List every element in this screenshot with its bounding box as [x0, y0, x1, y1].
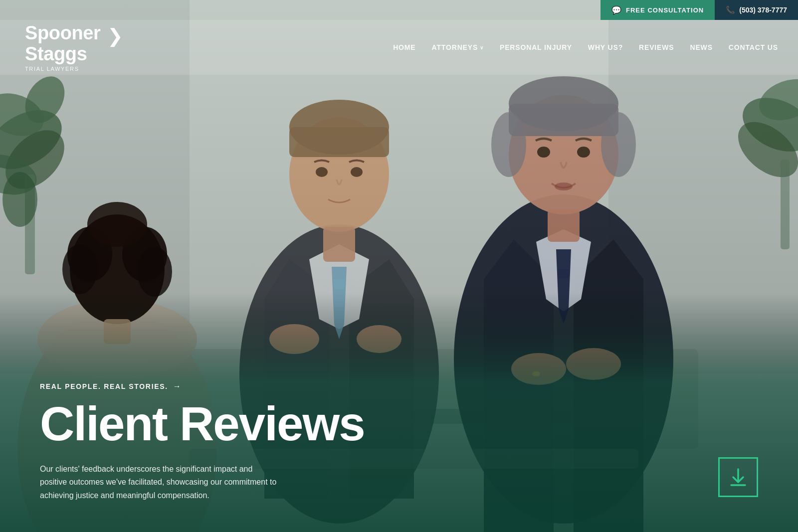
phone-number: (503) 378-7777 [739, 6, 787, 14]
download-icon [727, 466, 749, 488]
nav-link-reviews[interactable]: REVIEWS [639, 43, 674, 51]
free-consultation-button[interactable]: 💬 FREE CONSULTATION [600, 0, 715, 20]
arrow-right-icon: → [173, 382, 181, 391]
nav-link-news[interactable]: NEWS [690, 43, 712, 51]
nav-link-why-us[interactable]: WHY US? [588, 43, 623, 51]
logo-line1: Spooner [25, 23, 100, 44]
supertitle-row: REAL PEOPLE. REAL STORIES. → [40, 382, 758, 391]
nav-link-attorneys[interactable]: ATTORNEYS ∨ [432, 43, 484, 51]
logo[interactable]: Spooner Staggs TRIAL LAWYERS ❯ [25, 23, 123, 72]
nav-link-home[interactable]: HOME [393, 43, 415, 51]
logo-text: Spooner Staggs TRIAL LAWYERS [25, 23, 100, 72]
logo-arrow: ❯ [107, 25, 123, 47]
nav-item-home[interactable]: HOME [393, 43, 415, 52]
consultation-label: FREE CONSULTATION [626, 6, 704, 14]
nav-item-why-us[interactable]: WHY US? [588, 43, 623, 52]
logo-line2: Staggs [25, 44, 100, 65]
nav-item-personal-injury[interactable]: PERSONAL INJURY [500, 43, 572, 52]
hero-description: Our clients' feedback underscores the si… [40, 463, 279, 502]
nav-link-contact[interactable]: CONTACT US [729, 43, 778, 51]
chevron-down-icon: ∨ [480, 45, 484, 50]
hero-title: Client Reviews [40, 400, 758, 448]
supertitle-text: REAL PEOPLE. REAL STORIES. [40, 382, 168, 390]
nav-item-reviews[interactable]: REVIEWS [639, 43, 674, 52]
chat-icon: 💬 [611, 5, 622, 15]
nav-item-attorneys[interactable]: ATTORNEYS ∨ [432, 43, 484, 51]
hero-content: REAL PEOPLE. REAL STORIES. → Client Revi… [0, 382, 798, 532]
top-bar: 💬 FREE CONSULTATION 📞 (503) 378-7777 [600, 0, 798, 20]
logo-tagline: TRIAL LAWYERS [25, 66, 100, 72]
nav-item-news[interactable]: NEWS [690, 43, 712, 52]
hero-section: 💬 FREE CONSULTATION 📞 (503) 378-7777 Spo… [0, 0, 798, 532]
nav-links: HOME ATTORNEYS ∨ PERSONAL INJURY WHY US?… [393, 43, 778, 52]
nav-link-personal-injury[interactable]: PERSONAL INJURY [500, 43, 572, 51]
phone-button[interactable]: 📞 (503) 378-7777 [715, 0, 798, 20]
nav-item-contact[interactable]: CONTACT US [729, 43, 778, 52]
navbar: Spooner Staggs TRIAL LAWYERS ❯ HOME ATTO… [0, 20, 798, 75]
phone-icon: 📞 [726, 5, 735, 14]
download-button[interactable] [718, 457, 758, 497]
